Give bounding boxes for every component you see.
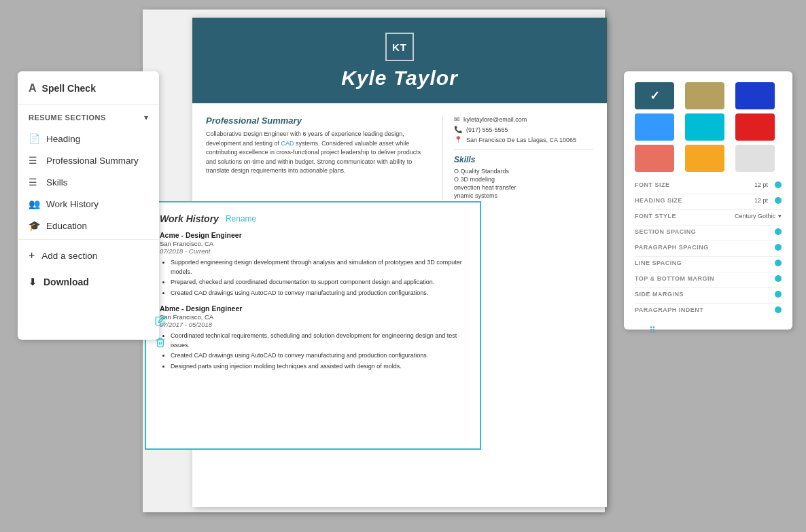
settings-row-6: TOP & BOTTOM MARGIN [635,275,782,282]
location-text: San Francisco De Las Llagas, CA 10065 [466,137,576,143]
sidebar-item-skills-label: Skills [46,177,68,188]
settings-right-5 [775,260,782,266]
delete-trash-button[interactable] [152,334,169,351]
settings-divider-1 [635,209,782,210]
job-entry-1: Acme - Design Engineer San Francisco, CA… [160,231,466,298]
graduation-icon: 🎓 [29,220,39,231]
sidebar-item-heading-label: Heading [46,134,80,144]
spell-check-section: A Spell Check [18,82,159,105]
download-label: Download [43,277,89,287]
left-sidebar: A Spell Check RESUME SECTIONS ▾ 📄 Headin… [18,71,159,340]
settings-label-7: SIDE MARGINS [635,291,684,298]
toggle-5[interactable] [775,260,782,266]
work-history-title: Work History [160,213,219,224]
color-grid [635,82,782,172]
settings-right-6 [775,275,782,282]
settings-row-0: FONT SIZE 12 pt [635,181,782,188]
resume-initials-box: KT [385,33,414,61]
resume-body: Professional Summary Collaborative Desig… [192,103,607,207]
skills-title: Skills [454,155,593,164]
job-2-bullet-1: Coordinated technical requirements, sche… [171,332,466,350]
settings-right-1: 12 pt [754,197,782,204]
settings-right-0: 12 pt [754,181,782,188]
svg-point-4 [650,332,651,332]
job-1-bullet-1: Supported engineering design development… [171,258,466,277]
font-style-dropdown[interactable]: Century Gothic ▾ [735,213,782,219]
edit-pencil-button[interactable] [152,313,169,329]
sidebar-item-work-history[interactable]: 👥 Work History [18,193,159,215]
toggle-1[interactable] [775,197,782,204]
job-2-bullet-3: Designed parts using injection molding t… [171,362,466,372]
cad-link: CAD [281,140,294,147]
professional-summary-text: Collaborative Design Engineer with 6 yea… [206,130,429,176]
skill-item-2: O 3D modeling [454,176,593,183]
settings-row-4: PARAGRAPH SPACING [635,244,782,251]
resume-right-column: ✉ kyletaylore@email.com 📞 (917) 555-5555… [442,116,593,200]
svg-point-2 [650,329,651,330]
settings-divider-7 [635,303,782,304]
color-swatch-5[interactable] [735,113,775,141]
color-swatch-4[interactable] [685,113,724,141]
settings-row-1: HEADING SIZE 12 pt [635,197,782,204]
sidebar-item-heading[interactable]: 📄 Heading [18,128,159,149]
job-2-bullet-2: Created CAD drawings using AutoCAD to co… [171,351,466,361]
settings-row-5: LINE SPACING [635,260,782,266]
font-style-value: Century Gothic [735,213,775,219]
settings-divider-3 [635,241,782,241]
contact-phone: 📞 (917) 555-5555 [454,126,593,133]
settings-label-6: TOP & BOTTOM MARGIN [635,275,714,282]
location-icon: 📍 [454,136,462,143]
phone-icon: 📞 [454,126,462,133]
add-section-button[interactable]: + Add a section [18,243,159,268]
svg-point-0 [650,327,651,327]
download-button[interactable]: ⬇ Download [18,270,159,294]
chevron-down-icon[interactable]: ▾ [144,113,148,122]
professional-summary-title: Professional Summary [206,116,429,126]
color-swatch-8[interactable] [735,145,775,172]
settings-label-4: PARAGRAPH SPACING [635,244,709,251]
color-swatch-1[interactable] [685,82,724,109]
resume-left-column: Professional Summary Collaborative Desig… [206,116,429,200]
rename-link[interactable]: Rename [226,214,256,224]
sidebar-item-education[interactable]: 🎓 Education [18,215,159,236]
settings-row-2: FONT STYLE Century Gothic ▾ [635,213,782,219]
toggle-3[interactable] [775,228,782,235]
drag-handle[interactable] [647,324,658,337]
phone-text: (917) 555-5555 [466,126,508,133]
color-swatch-6[interactable] [635,145,674,172]
skill-item-3: onvection heat transfer [454,184,593,191]
email-text: kyletaylore@email.com [463,116,527,123]
toggle-4[interactable] [775,244,782,251]
sidebar-item-skills[interactable]: ☰ Skills [18,171,159,193]
settings-row-3: SECTION SPACING [635,228,782,235]
color-swatch-0[interactable] [635,82,674,109]
settings-container: FONT SIZE 12 pt HEADING SIZE 12 pt FONT … [635,181,782,313]
sidebar-item-professional-summary[interactable]: ☰ Professional Summary [18,149,159,171]
color-swatch-2[interactable] [735,82,775,109]
settings-value-1: 12 pt [754,197,768,204]
settings-row-7: SIDE MARGINS [635,291,782,298]
job-1-bullets: Supported engineering design development… [160,258,466,298]
sidebar-divider [18,239,159,240]
dropdown-chevron-icon: ▾ [778,213,782,219]
toggle-6[interactable] [775,275,782,282]
toggle-0[interactable] [775,181,782,188]
plus-icon: + [29,249,35,262]
settings-row-8: PARAGRAPH INDENT [635,306,782,313]
sidebar-item-professional-summary-label: Professional Summary [46,156,139,166]
color-swatch-7[interactable] [685,145,724,172]
job-1-title: Acme - Design Engineer [160,231,466,239]
settings-divider-0 [635,194,782,194]
people-icon: 👥 [29,198,39,209]
work-history-section: Work History Rename Acme - Design Engine… [145,201,481,450]
spell-check-label: Spell Check [42,83,96,94]
color-swatch-3[interactable] [635,113,674,141]
toggle-7[interactable] [775,291,782,298]
settings-label-0: FONT SIZE [635,181,670,188]
settings-divider-6 [635,287,782,288]
toggle-8[interactable] [775,306,782,313]
contact-divider [454,149,593,149]
spell-check-icon: A [29,82,37,94]
job-1-bullet-2: Prepared, checked and coordinated docume… [171,278,466,287]
job-1-dates: 07/2018 - Current [160,247,466,255]
